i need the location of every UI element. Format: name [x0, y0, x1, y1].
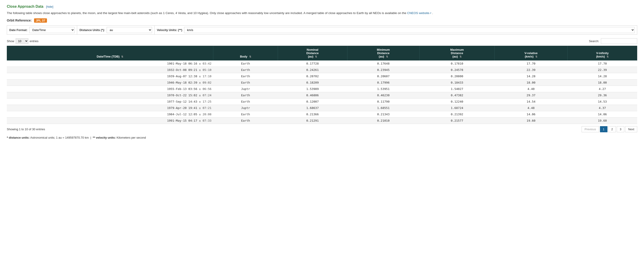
distance-units-label: Distance Units (*): [80, 28, 105, 32]
velocity-units-label: Velocity Units: (**) [157, 28, 182, 32]
cell-date: 1901-May-18 06:16 ± 03:42 [7, 60, 213, 67]
cell-max: 0.18433 [420, 80, 495, 86]
sort-icon-vinf[interactable]: ⇅ [606, 55, 608, 58]
cneos-link[interactable]: CNEOS website [407, 11, 432, 15]
cell-min: 0.21343 [347, 111, 419, 118]
search-row: Search: [589, 38, 637, 44]
show-entries: Show 10 25 50 100 entries [7, 38, 38, 44]
cell-max: 0.47382 [420, 92, 495, 99]
cell-min: 0.23945 [347, 67, 419, 73]
hide-link[interactable]: hide [46, 5, 53, 8]
page-3-button[interactable]: 3 [617, 126, 624, 132]
cell-date: 1946-May-18 02:39 ± 09:02 [7, 80, 213, 86]
cell-vrel: 4.40 [494, 86, 568, 92]
velocity-note-label: velocity units: [96, 136, 117, 139]
cell-vinf: 4.27 [568, 86, 637, 92]
cell-min: 0.11790 [347, 99, 419, 105]
sort-icon-min[interactable]: ⇅ [386, 55, 388, 58]
cell-nominal: 1.53989 [278, 86, 347, 92]
cell-date: 1932-Oct-08 09:21 ± 05:10 [7, 67, 213, 73]
search-label: Search: [589, 39, 599, 43]
cell-max: 0.21392 [420, 111, 495, 118]
cell-min: 1.53951 [347, 86, 419, 92]
cell-vrel: 17.70 [494, 60, 568, 67]
sort-icon-nominal[interactable]: ⇅ [315, 55, 317, 58]
cell-nominal: 0.17728 [278, 60, 347, 67]
cell-max: 1.68724 [420, 105, 495, 111]
page-1-button[interactable]: 1 [600, 126, 608, 132]
cell-body: Earth [213, 92, 278, 99]
filters-row: Date Format: Date/Time Julian Date Decim… [7, 25, 637, 35]
cell-vinf: 14.06 [568, 111, 637, 118]
search-input[interactable] [601, 38, 637, 44]
footnote-separator: | [90, 136, 93, 139]
entries-select[interactable]: 10 25 50 100 [16, 38, 28, 44]
showing-text: Showing 1 to 10 of 30 entries [7, 128, 45, 131]
cell-vinf: 29.36 [568, 92, 637, 99]
cell-vrel: 4.48 [494, 105, 568, 111]
entries-label: entries [30, 39, 38, 43]
cell-max: 0.21577 [420, 118, 495, 124]
cell-nominal: 0.24261 [278, 67, 347, 73]
cell-vinf: 17.70 [568, 60, 637, 67]
cell-max: 0.17810 [420, 60, 495, 67]
orbit-reference: Orbit Reference: JPL 37 [7, 18, 637, 22]
col-nominal-dist: NominalDistance(au) ⇅ [278, 46, 347, 60]
cell-date: 1991-May-15 04:17 ± 07:33 [7, 118, 213, 124]
cell-nominal: 0.12007 [278, 99, 347, 105]
cell-vrel: 29.37 [494, 92, 568, 99]
cell-vinf: 19.60 [568, 118, 637, 124]
sort-icon-max[interactable]: ⇅ [460, 55, 462, 58]
table-row: 1955-Feb-13 03:56 ± 06:56 Juptr 1.53989 … [7, 86, 637, 92]
orbit-ref-badge: JPL 37 [34, 18, 47, 23]
table-row: 1970-Oct-22 15:02 ± 07:24 Earth 0.46806 … [7, 92, 637, 99]
cell-vrel: 18.00 [494, 80, 568, 86]
cell-body: Earth [213, 80, 278, 86]
distance-note-label: distance units: [9, 136, 30, 139]
controls-row: Show 10 25 50 100 entries Search: [7, 38, 637, 44]
table-row: 1946-May-18 02:39 ± 09:02 Earth 0.18209 … [7, 80, 637, 86]
cell-min: 0.17648 [347, 60, 419, 67]
col-v-relative: V-relative(km/s) ⇅ [494, 46, 568, 60]
cell-min: 0.20607 [347, 73, 419, 80]
cell-vinf: 18.00 [568, 80, 637, 86]
show-label: Show [7, 39, 14, 43]
velocity-note-star: ** [93, 136, 95, 139]
cell-min: 1.68551 [347, 105, 419, 111]
cell-nominal: 0.21291 [278, 118, 347, 124]
close-approach-table: Date/Time (TDB) ⇅ Body ⇅ NominalDistance… [7, 46, 637, 124]
cell-vrel: 14.28 [494, 73, 568, 80]
cell-date: 1979-Apr-20 19:41 ± 07:21 [7, 105, 213, 111]
sort-icon-body[interactable]: ⇅ [249, 55, 251, 58]
table-header-row: Date/Time (TDB) ⇅ Body ⇅ NominalDistance… [7, 46, 637, 60]
sort-icon-vrel[interactable]: ⇅ [535, 55, 537, 58]
distance-note-star: * [7, 136, 8, 139]
previous-button[interactable]: Previous [582, 126, 599, 132]
velocity-units-select[interactable]: km/s km/h mi/s [184, 27, 635, 33]
cell-min: 0.21010 [347, 118, 419, 124]
table-row: 1984-Jul-12 12:05 ± 20:08 Earth 0.21366 … [7, 111, 637, 118]
col-datetime: Date/Time (TDB) ⇅ [7, 46, 213, 60]
cell-date: 1955-Feb-13 03:56 ± 06:56 [7, 86, 213, 92]
distance-units-select[interactable]: au LD km [107, 27, 152, 33]
cell-vinf: 14.53 [568, 99, 637, 105]
cell-body: Earth [213, 67, 278, 73]
cell-body: Earth [213, 73, 278, 80]
cell-max: 0.12240 [420, 99, 495, 105]
cell-max: 0.24578 [420, 67, 495, 73]
cell-body: Juptr [213, 86, 278, 92]
date-format-select[interactable]: Date/Time Julian Date Decimal Year [29, 27, 75, 33]
description: The following table shows close approach… [7, 11, 637, 15]
section-header: Close Approach Data hide [7, 4, 637, 8]
section-title: Close Approach Data [7, 4, 43, 8]
page-2-button[interactable]: 2 [608, 126, 616, 132]
cell-vrel: 22.39 [494, 67, 568, 73]
distance-note-text: Astronomical units; 1 au = 149597870.70 … [30, 136, 89, 139]
cell-vinf: 14.28 [568, 73, 637, 80]
cell-nominal: 0.46806 [278, 92, 347, 99]
cell-vrel: 19.60 [494, 118, 568, 124]
next-button[interactable]: Next [625, 126, 637, 132]
sort-icon-datetime[interactable]: ⇅ [121, 55, 123, 58]
velocity-note-text: Kilometers per second [117, 136, 146, 139]
table-row: 1932-Oct-08 09:21 ± 05:10 Earth 0.24261 … [7, 67, 637, 73]
